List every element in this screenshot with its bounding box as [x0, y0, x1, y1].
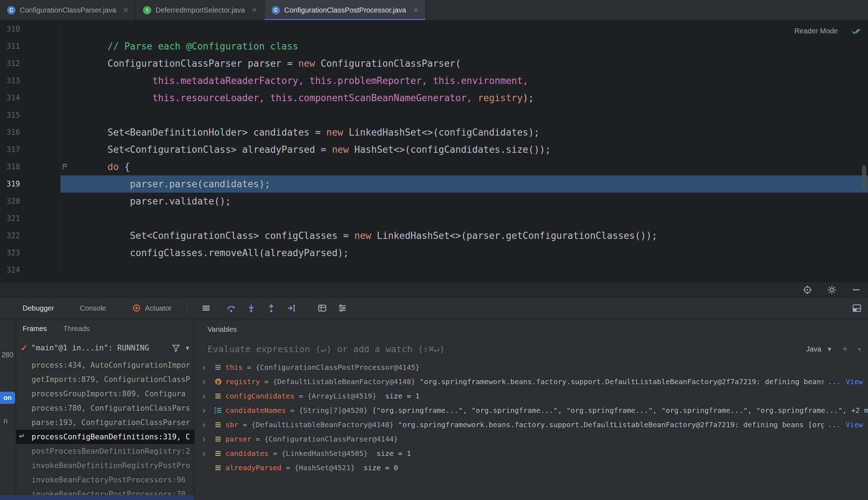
- code-line[interactable]: 312ConfigurationClassParser parser = new…: [0, 55, 868, 72]
- variable-row[interactable]: ›this = {ConfigurationClassPostProcessor…: [195, 360, 868, 374]
- local-variable-icon: [214, 392, 225, 400]
- variable-row[interactable]: ›alreadyParsed = {HashSet@4521} size = 0: [195, 461, 868, 475]
- variable-row[interactable]: ›candidates = {LinkedHashSet@4505} size …: [195, 446, 868, 461]
- chevron-down-icon[interactable]: ▾: [857, 345, 862, 353]
- expand-chevron-icon[interactable]: ›: [201, 363, 214, 372]
- code-line[interactable]: 314 this.resourceLoader, this.componentS…: [0, 89, 868, 107]
- expand-chevron-icon[interactable]: ›: [201, 377, 214, 386]
- step-out-icon[interactable]: [266, 303, 277, 313]
- code-line[interactable]: 317Set<ConfigurationClass> alreadyParsed…: [0, 141, 868, 158]
- close-icon[interactable]: ×: [123, 6, 128, 14]
- chevron-down-icon[interactable]: ▾: [186, 344, 189, 352]
- variable-row[interactable]: ›sbr = {DefaultListableBeanFactory@4148}…: [195, 418, 868, 432]
- line-number[interactable]: 314: [0, 89, 60, 107]
- tab-label: ConfigurationClassPostProcessor.java: [284, 6, 406, 14]
- line-number[interactable]: 310: [0, 20, 60, 38]
- target-icon[interactable]: [802, 284, 813, 295]
- view-link[interactable]: View: [846, 420, 863, 429]
- line-number[interactable]: 320: [0, 193, 60, 210]
- tab-label: Actuator: [145, 304, 171, 312]
- code-line[interactable]: 322 Set<ConfigurationClass> configClasse…: [0, 227, 868, 244]
- run-to-cursor-icon[interactable]: [286, 303, 297, 313]
- evaluate-placeholder: Evaluate expression (↵) or add a watch (…: [208, 344, 445, 354]
- line-number[interactable]: 321: [0, 210, 60, 227]
- tab-frames[interactable]: Frames: [23, 325, 47, 333]
- class-file-icon: C: [272, 6, 280, 14]
- line-number[interactable]: 313: [0, 72, 60, 89]
- line-number[interactable]: 312: [0, 55, 60, 72]
- view-link[interactable]: View: [846, 377, 863, 386]
- clipped-selection-badge[interactable]: on: [0, 392, 15, 404]
- language-selector[interactable]: Java ▾: [806, 345, 831, 353]
- code-line[interactable]: 318do {: [0, 158, 868, 175]
- tool-window-tab-debugger[interactable]: Debugger: [23, 304, 54, 312]
- frame-text: process:780, ConfigurationClassPars: [32, 404, 190, 412]
- evaluate-expression-input[interactable]: Evaluate expression (↵) or add a watch (…: [195, 339, 868, 359]
- debug-panel-header: [0, 282, 868, 298]
- editor-tab[interactable]: CConfigurationClassParser.java×: [0, 0, 136, 20]
- code-line[interactable]: 310: [0, 20, 868, 38]
- hide-panel-icon[interactable]: [851, 284, 862, 295]
- code-line[interactable]: 319 parser.parse(candidates);: [0, 175, 868, 193]
- expand-chevron-icon[interactable]: ›: [201, 391, 214, 401]
- inspections-ok-icon[interactable]: [851, 25, 862, 36]
- editor-scrollbar-thumb[interactable]: [862, 165, 866, 190]
- frame-row[interactable]: process:780, ConfigurationClassPars: [16, 401, 194, 415]
- line-number[interactable]: 319: [0, 175, 60, 193]
- editor-tab[interactable]: CConfigurationClassPostProcessor.java×: [264, 0, 426, 20]
- code-line[interactable]: 320 parser.validate();: [0, 193, 868, 210]
- variable-row[interactable]: ›candidateNames = {String[7]@4520} ["org…: [195, 403, 868, 418]
- tab-threads[interactable]: Threads: [63, 325, 90, 333]
- code-line[interactable]: 311// Parse each @Configuration class: [0, 38, 868, 55]
- frame-row[interactable]: invokeBeanDefinitionRegistryPostPro: [16, 458, 194, 473]
- array-variable-icon: [214, 406, 225, 415]
- expand-chevron-icon[interactable]: ›: [201, 406, 214, 415]
- code-line[interactable]: 324: [0, 261, 868, 279]
- close-icon[interactable]: ×: [413, 6, 418, 14]
- line-number[interactable]: 318: [0, 158, 60, 175]
- reader-mode-toggle[interactable]: Reader Mode: [795, 27, 838, 35]
- tool-window-tab-console[interactable]: Console: [80, 304, 106, 312]
- table-view-icon[interactable]: [317, 303, 328, 313]
- tool-window-tab-actuator[interactable]: Actuator: [132, 303, 171, 313]
- code-line[interactable]: 316Set<BeanDefinitionHolder> candidates …: [0, 124, 868, 141]
- close-icon[interactable]: ×: [252, 6, 257, 14]
- step-over-icon[interactable]: [226, 303, 237, 313]
- variable-row[interactable]: ›configCandidates = {ArrayList@4519} siz…: [195, 389, 868, 403]
- variable-row[interactable]: ›pregistry = {DefaultListableBeanFactory…: [195, 374, 868, 389]
- frame-row[interactable]: process:434, AutoConfigurationImpor: [16, 358, 194, 372]
- frame-row[interactable]: postProcessBeanDefinitionRegistry:2: [16, 444, 194, 458]
- code-line[interactable]: 323 configClasses.removeAll(alreadyParse…: [0, 244, 868, 261]
- step-into-icon[interactable]: [246, 303, 257, 313]
- line-number[interactable]: 322: [0, 227, 60, 244]
- editor-tab[interactable]: IDeferredImportSelector.java×: [136, 0, 264, 20]
- line-number[interactable]: 317: [0, 141, 60, 158]
- line-number[interactable]: 323: [0, 244, 60, 261]
- settings-gear-icon[interactable]: [826, 284, 837, 295]
- layout-settings-icon[interactable]: [852, 303, 862, 313]
- expand-chevron-icon[interactable]: ›: [201, 420, 214, 429]
- line-number[interactable]: 315: [0, 107, 60, 124]
- add-watch-icon[interactable]: +: [842, 344, 848, 354]
- frame-row[interactable]: parse:193, ConfigurationClassParser: [16, 415, 194, 430]
- frame-row[interactable]: ↩processConfigBeanDefinitions:319, C: [16, 430, 194, 444]
- thread-selector[interactable]: ✓ "main"@1 in...in": RUNNING ▾: [16, 338, 194, 358]
- line-number[interactable]: 311: [0, 38, 60, 55]
- code-line[interactable]: 313 this.metadataReaderFactory, this.pro…: [0, 72, 868, 89]
- filter-funnel-icon[interactable]: [171, 343, 181, 353]
- variable-row[interactable]: ›parser = {ConfigurationClassParser@4144…: [195, 432, 868, 446]
- gutter-flag-icon: [61, 162, 86, 171]
- frame-row[interactable]: getImports:879, ConfigurationClassP: [16, 372, 194, 387]
- expand-chevron-icon[interactable]: ›: [201, 434, 214, 444]
- line-number[interactable]: 316: [0, 124, 60, 141]
- code-line[interactable]: 321: [0, 210, 868, 227]
- editor[interactable]: 310311// Parse each @Configuration class…: [0, 20, 868, 282]
- frames-scrollbar[interactable]: [0, 495, 194, 500]
- line-number[interactable]: 324: [0, 261, 60, 279]
- expand-chevron-icon[interactable]: ›: [201, 449, 214, 458]
- code-line[interactable]: 315: [0, 107, 868, 124]
- more-menu-icon[interactable]: [201, 303, 211, 313]
- view-options-icon[interactable]: [337, 303, 348, 313]
- frame-row[interactable]: processGroupImports:809, Configura: [16, 387, 194, 401]
- frame-row[interactable]: invokeBeanFactoryPostProcessors:96: [16, 473, 194, 487]
